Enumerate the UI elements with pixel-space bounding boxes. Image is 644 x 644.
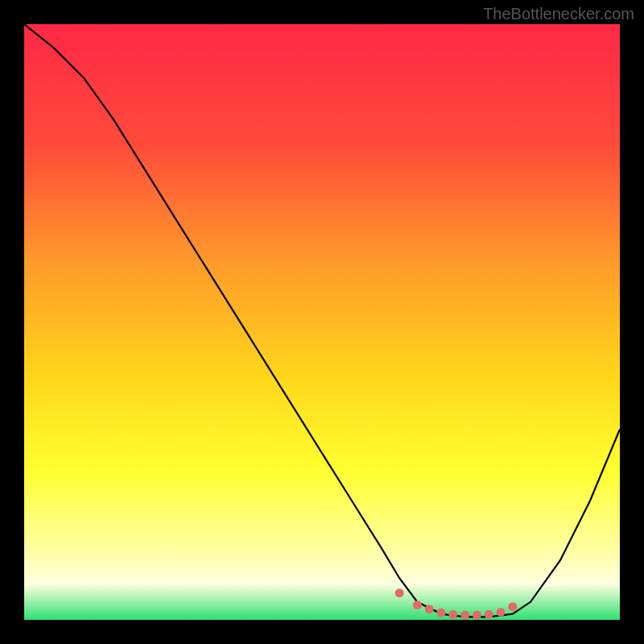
highlight-dot [497,608,506,617]
chart-container: TheBottlenecker.com [0,0,644,644]
highlight-dot [425,605,434,613]
chart-svg [24,24,620,620]
highlight-dot [460,611,469,620]
highlight-dot [413,601,422,609]
highlight-dot [437,609,446,617]
highlight-dot [448,610,457,619]
plot-area [24,24,620,620]
gradient-background [24,24,620,620]
highlight-dot [485,610,493,619]
highlight-dot [395,588,404,597]
highlight-dot [508,602,517,611]
highlight-dot [473,611,481,620]
watermark-text: TheBottlenecker.com [483,5,634,23]
